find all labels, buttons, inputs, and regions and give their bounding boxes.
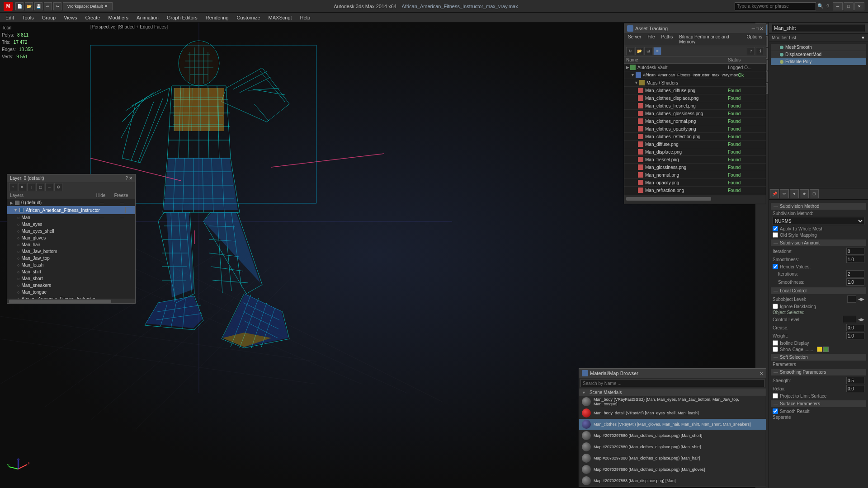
material-search-input[interactable] (580, 379, 764, 387)
asset-menu-paths[interactable]: Paths (660, 34, 675, 45)
search-icon[interactable]: 🔍 (817, 3, 824, 9)
layer-select-obj-btn[interactable]: ◻ (36, 183, 44, 191)
menu-customize[interactable]: Customize (233, 14, 264, 21)
layer-item-man-eyes[interactable]: ○ Man_eyes (7, 221, 135, 228)
asset-vault[interactable]: ▶ Autodesk Vault Logged O... (624, 64, 766, 71)
weight-input[interactable] (846, 332, 864, 339)
asset-menu-options[interactable]: Options (745, 34, 764, 45)
asset-img-10[interactable]: Man_fresnel.png Found (624, 156, 766, 164)
asset-close-btn[interactable]: ✕ (760, 26, 763, 31)
modifier-displacement[interactable]: DisplacementMod (771, 51, 866, 58)
smoothing-params-header[interactable]: Smoothing Parameters (771, 369, 866, 375)
layer-item-man-tongue[interactable]: ○ Man_tongue (7, 289, 135, 296)
asset-view-btn[interactable]: ⊞ (644, 47, 652, 55)
asset-img-7[interactable]: Man_clothes_reflection.png Found (624, 133, 766, 141)
layer-item-default[interactable]: ▶ 0 (default) — — (7, 199, 135, 206)
asset-maximize-btn[interactable]: □ (756, 26, 759, 31)
cage-color-2[interactable] (823, 347, 829, 352)
asset-img-11[interactable]: Man_glossiness.png Found (624, 164, 766, 171)
layers-scrollbar[interactable] (9, 300, 111, 303)
show-all-btn[interactable]: ★ (800, 189, 809, 198)
search-input[interactable] (735, 2, 816, 10)
menu-maxscript[interactable]: MAXScript (265, 14, 296, 21)
menu-tools[interactable]: Tools (19, 14, 38, 21)
material-map-3[interactable]: Map #2070297880 (Man_clothes_displace.pn… (579, 453, 766, 464)
modifier-list-dropdown[interactable]: ▼ (861, 35, 865, 40)
asset-menu-bitmap[interactable]: Bitmap Performance and Memory (677, 34, 742, 45)
material-map-2[interactable]: Map #2070297880 (Man_clothes_displace.pn… (579, 441, 766, 453)
material-man-clothes[interactable]: Man_clothes (VRayMtl) [Man_gloves, Man_h… (579, 419, 766, 430)
layer-move-btn[interactable]: → (45, 183, 53, 191)
layer-item-man-gloves[interactable]: ○ Man_gloves (7, 235, 135, 241)
apply-whole-mesh-checkbox[interactable] (773, 226, 778, 231)
ignore-backfacing-checkbox[interactable] (773, 304, 778, 309)
subdivision-amount-header[interactable]: Subdivision Amount (771, 239, 866, 246)
show-cage-checkbox[interactable] (773, 347, 778, 352)
asset-img-6[interactable]: Man_clothes_opacity.png Found (624, 125, 766, 133)
layer-item-man-hair[interactable]: ○ Man_hair (7, 241, 135, 248)
iterations-input[interactable] (846, 248, 864, 255)
menu-animation[interactable]: Animation (133, 14, 162, 21)
layer-item-man-sneakers[interactable]: ○ Man_sneakers (7, 282, 135, 289)
redo-btn[interactable]: ↪ (53, 2, 61, 10)
modifier-meshshmooth[interactable]: MeshSmooth (771, 44, 866, 51)
asset-refresh-btn[interactable]: ↻ (626, 47, 634, 55)
scene-materials-header[interactable]: ▼ Scene Materials (579, 389, 766, 396)
asset-scrollbar-h[interactable] (626, 197, 711, 201)
smoothness-input[interactable] (846, 256, 864, 263)
menu-edit[interactable]: Edit (2, 14, 18, 21)
asset-maps-folder[interactable]: ▼ Maps / Shaders (624, 79, 766, 87)
render-smoothness-input[interactable] (846, 278, 864, 286)
asset-img-8[interactable]: Man_diffuse.png Found (624, 141, 766, 148)
surface-params-header[interactable]: Surface Parameters (771, 400, 866, 407)
strength-input[interactable] (846, 377, 864, 384)
asset-img-4[interactable]: Man_clothes_glossiness.png Found (624, 110, 766, 117)
asset-locate-btn[interactable]: 📂 (635, 47, 643, 55)
old-style-mapping-checkbox[interactable] (773, 232, 778, 238)
close-button[interactable]: ✕ (854, 2, 864, 10)
layer-item-man[interactable]: ○ Man — — (7, 214, 135, 221)
asset-img-12[interactable]: Man_normal.png Found (624, 171, 766, 179)
workspace-dropdown[interactable]: Workspace: Default ▼ (63, 2, 113, 10)
asset-img-5[interactable]: Man_clothes_normal.png Found (624, 117, 766, 125)
asset-img-1[interactable]: Man_clothes_diffuse.png Found (624, 87, 766, 94)
subobject-input[interactable] (847, 296, 856, 303)
help-icon[interactable]: ? (826, 4, 829, 9)
layer-add-obj-btn[interactable]: ↓ (27, 183, 35, 191)
layer-item-african-obj[interactable]: ○ African_American_Fitness_Instructor (7, 296, 135, 299)
menu-create[interactable]: Create (81, 14, 104, 21)
layer-item-man-shirt[interactable]: ○ Man_shirt (7, 268, 135, 275)
isoline-display-checkbox[interactable] (773, 340, 778, 346)
asset-img-3[interactable]: Man_clothes_fresnel.png Found (624, 102, 766, 110)
menu-graph-editors[interactable]: Graph Editors (163, 14, 201, 21)
material-man-body[interactable]: Man_body (VRayFastSSS2) [Man, Man_eyes, … (579, 396, 766, 408)
asset-img-14[interactable]: Man_refraction.png Found (624, 187, 766, 194)
asset-max-file[interactable]: ▼ African_American_Fitness_Instructor_ma… (624, 71, 766, 79)
layers-close-btn[interactable]: ✕ (129, 176, 132, 181)
open-btn[interactable]: 📂 (25, 2, 33, 10)
smooth-result-checkbox[interactable] (773, 408, 778, 414)
soft-selection-header[interactable]: Soft Selection (771, 354, 866, 361)
asset-img-13[interactable]: Man_opacity.png Found (624, 179, 766, 187)
undo-btn[interactable]: ↩ (44, 2, 52, 10)
asset-info-btn[interactable]: ℹ (756, 47, 764, 55)
asset-menu-file[interactable]: File (646, 34, 656, 45)
object-name-input[interactable] (772, 24, 865, 32)
asset-img-9[interactable]: Man_displace.png Found (624, 148, 766, 156)
modifier-editable-poly[interactable]: Editable Poly (771, 58, 866, 65)
minimize-button[interactable]: ─ (833, 2, 843, 10)
render-iterations-input[interactable] (846, 270, 864, 277)
layer-delete-btn[interactable]: ✕ (18, 183, 26, 191)
ctrl-level-arrows[interactable]: ◀▶ (858, 317, 864, 322)
collapse-btn[interactable]: ⊡ (810, 189, 819, 198)
asset-menu-server[interactable]: Server (626, 34, 643, 45)
maximize-button[interactable]: □ (844, 2, 854, 10)
project-limit-checkbox[interactable] (773, 393, 778, 399)
menu-group[interactable]: Group (38, 14, 60, 21)
layer-item-man-jaw-top[interactable]: ○ Man_Jaw_top (7, 255, 135, 262)
layer-item-african[interactable]: ▼ African_American_Fitness_Instructor (7, 206, 135, 214)
layer-new-btn[interactable]: + (9, 183, 17, 191)
subdivision-method-select[interactable]: NURMS (773, 217, 864, 225)
material-map-1[interactable]: Map #2070297880 (Man_clothes_displace.pn… (579, 430, 766, 441)
new-btn[interactable]: 📄 (15, 2, 24, 10)
